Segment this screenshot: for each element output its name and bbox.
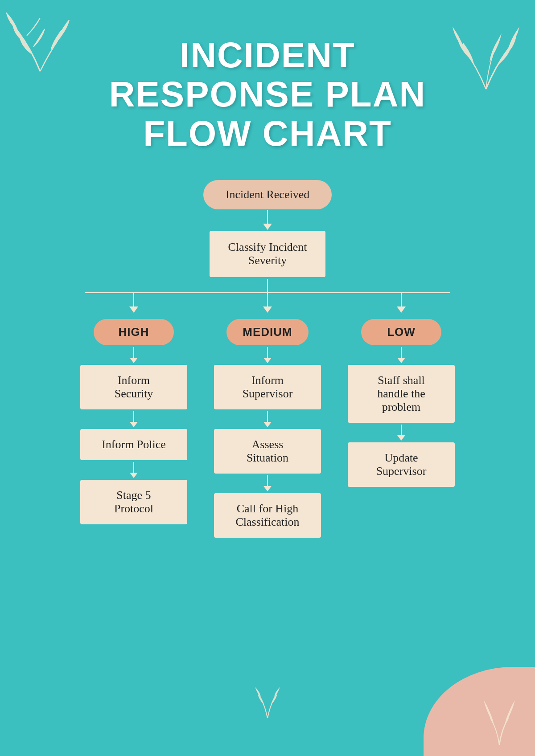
- stage5-protocol-label: Stage 5Protocol: [114, 489, 153, 515]
- update-supervisor-node: UpdateSupervisor: [348, 442, 455, 487]
- high-arrow-head: [129, 306, 138, 313]
- high-arrow-2: [130, 411, 138, 427]
- arrow-1: [263, 210, 272, 230]
- arrow-head: [263, 224, 272, 230]
- high-branch: HIGH InformSecurity Inform Police: [67, 293, 201, 524]
- title-line2: RESPONSE PLAN: [109, 75, 426, 114]
- low-arrow-1: [397, 347, 405, 363]
- classify-severity-node: Classify IncidentSeverity: [210, 231, 325, 277]
- medium-branch-connector: [267, 293, 268, 306]
- leaf-top-left-decoration: [4, 4, 76, 76]
- inform-supervisor-node: InformSupervisor: [214, 365, 321, 409]
- inform-police-node: Inform Police: [80, 429, 187, 460]
- update-supervisor-label: UpdateSupervisor: [376, 451, 427, 478]
- medium-arrow-3: [263, 475, 272, 491]
- connector-line-top: [267, 279, 268, 292]
- medium-branch: MEDIUM InformSupervisor AssessSituation: [201, 293, 334, 538]
- low-arrow-head: [397, 306, 406, 313]
- inform-security-node: InformSecurity: [80, 365, 187, 409]
- medium-arrow-1: [263, 347, 272, 363]
- inform-security-label: InformSecurity: [115, 374, 153, 400]
- staff-handle-problem-label: Staff shallhandle theproblem: [377, 374, 425, 413]
- incident-received-node: Incident Received: [203, 180, 332, 209]
- page: INCIDENT RESPONSE PLAN FLOW CHART Incide…: [0, 0, 535, 756]
- high-label-node: HIGH: [94, 319, 174, 345]
- leaf-top-right-decoration: [441, 4, 531, 94]
- low-branch-connector: [401, 293, 402, 306]
- high-arrow-3: [130, 462, 138, 478]
- assess-situation-label: AssessSituation: [247, 438, 288, 464]
- inform-police-label: Inform Police: [102, 438, 166, 451]
- high-branch-connector: [133, 293, 134, 306]
- title-section: INCIDENT RESPONSE PLAN FLOW CHART: [109, 36, 426, 153]
- medium-arrow-2: [263, 411, 272, 427]
- high-arrow-1: [130, 347, 138, 363]
- arrow-line: [267, 210, 268, 224]
- assess-situation-node: AssessSituation: [214, 429, 321, 474]
- low-label-node: LOW: [361, 319, 441, 345]
- medium-label-node: MEDIUM: [226, 319, 308, 345]
- call-high-classification-node: Call for HighClassification: [214, 493, 321, 538]
- low-arrow-2: [397, 425, 405, 441]
- classify-severity-label: Classify IncidentSeverity: [228, 241, 307, 267]
- leaf-bottom-center-decoration: [245, 685, 290, 720]
- medium-arrow-head: [263, 306, 272, 313]
- stage5-protocol-node: Stage 5Protocol: [80, 480, 187, 524]
- leaf-bottom-right-decoration: [473, 694, 526, 747]
- call-high-classification-label: Call for HighClassification: [236, 502, 300, 528]
- title-line1: INCIDENT: [109, 36, 426, 75]
- staff-handle-problem-node: Staff shallhandle theproblem: [348, 365, 455, 423]
- flowchart: Incident Received Classify IncidentSever…: [22, 180, 513, 573]
- title-line3: FLOW CHART: [109, 114, 426, 153]
- low-branch: LOW Staff shallhandle theproblem UpdateS…: [334, 293, 468, 487]
- branches-row: HIGH InformSecurity Inform Police: [67, 293, 468, 538]
- inform-supervisor-label: InformSupervisor: [243, 374, 293, 400]
